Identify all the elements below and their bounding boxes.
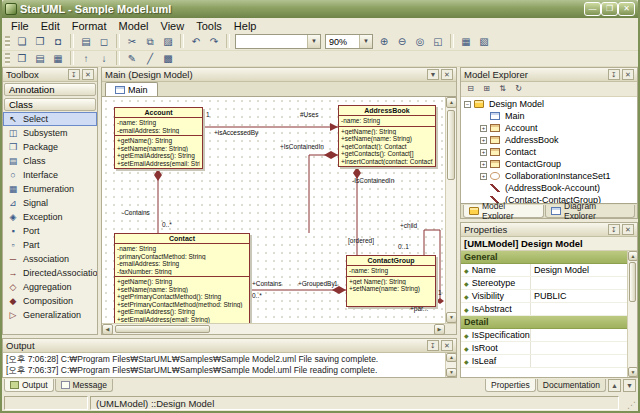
attribute-line[interactable]: -name: String — [341, 117, 433, 125]
property-value[interactable]: PUBLIC — [531, 291, 627, 301]
undo-icon[interactable]: ↶ — [187, 34, 205, 49]
tool-enumeration[interactable]: ▦ Enumeration — [3, 182, 97, 196]
redo-icon[interactable]: ↷ — [205, 34, 223, 49]
property-value[interactable]: Design Model — [531, 265, 627, 275]
association-label[interactable]: +isAccessedBy — [214, 129, 258, 136]
properties-scrollbar[interactable]: ▲ ▼ — [627, 251, 637, 377]
association-label[interactable]: +Contains — [252, 280, 281, 287]
association-label[interactable]: -IsContainedIn — [352, 177, 394, 184]
minimize-button[interactable]: — — [584, 2, 601, 16]
scroll-track[interactable] — [446, 362, 456, 368]
add-class-icon[interactable]: ▤ — [31, 51, 49, 66]
tree-main[interactable]: Main — [461, 110, 637, 122]
close-icon[interactable]: ✕ — [82, 69, 94, 80]
menu-tools[interactable]: Tools — [190, 20, 228, 32]
tab-output[interactable]: Output — [4, 379, 54, 392]
attribute-line[interactable]: -name: String — [117, 245, 247, 253]
element-combo[interactable]: ▼ — [235, 34, 321, 49]
association-label[interactable]: 0..* — [252, 292, 262, 299]
scroll-down-icon[interactable]: ▼ — [628, 367, 637, 377]
tool-composition[interactable]: ◆ Composition — [3, 294, 97, 308]
association-label[interactable]: -Contains — [122, 209, 150, 216]
resize-grip-icon[interactable]: ⋰ — [621, 396, 636, 410]
association-label[interactable]: 1 — [206, 111, 210, 118]
add-diagram-icon[interactable]: ▦ — [49, 51, 67, 66]
operation-line[interactable]: +getEmailAddress(): String — [117, 308, 247, 316]
prop-isabstract[interactable]: ◆ IsAbstract — [461, 303, 627, 316]
close-button[interactable]: ✕ — [618, 2, 635, 16]
output-log[interactable]: [오후 7:06:28] C:₩Program Files₩StarUML₩Sa… — [3, 353, 445, 377]
pin-icon[interactable]: ↧ — [608, 69, 620, 80]
tab-diagram-explorer[interactable]: Diagram Explorer — [545, 205, 635, 218]
scroll-tabs-up-icon[interactable]: ▲ — [608, 379, 621, 392]
close-icon[interactable]: ✕ — [622, 69, 634, 80]
class-addressbook[interactable]: AddressBook -name: String +getName(): St… — [338, 105, 436, 167]
tree-collaborationinstanceset1[interactable]: + CollaborationInstanceSet1 — [461, 170, 637, 182]
operation-line[interactable]: +setEmailAddress(email: String) — [117, 316, 247, 324]
scroll-up-icon[interactable]: ▲ — [628, 251, 637, 261]
class-name[interactable]: Contact — [115, 234, 249, 244]
chevron-down-icon[interactable]: ▼ — [307, 35, 320, 48]
attribute-line[interactable]: -name: String — [349, 267, 433, 275]
auto-layout-icon[interactable]: ▧ — [475, 34, 493, 49]
tool-generalization[interactable]: ▷ Generalization — [3, 308, 97, 322]
print-icon[interactable]: ▤ — [77, 34, 95, 49]
expand-toggle-icon[interactable]: + — [480, 137, 487, 144]
scroll-thumb[interactable] — [447, 110, 455, 180]
tree-design-model[interactable]: − Design Model — [461, 98, 637, 110]
expand-toggle-icon[interactable]: + — [480, 173, 487, 180]
association-label[interactable]: #Uses — [300, 111, 318, 118]
tool-subsystem[interactable]: ◫ Subsystem — [3, 126, 97, 140]
scroll-left-icon[interactable]: ◀ — [102, 324, 113, 335]
operation-line[interactable]: +setName(name: String) — [341, 135, 433, 143]
menu-file[interactable]: File — [5, 20, 35, 32]
association-label[interactable]: 1 — [438, 289, 442, 296]
operation-line[interactable]: +getContact(): Contact — [341, 143, 433, 151]
format-style-icon[interactable]: ✎ — [123, 51, 141, 66]
operation-line[interactable]: +setName(name: String) — [349, 285, 433, 293]
close-icon[interactable]: ✕ — [441, 340, 453, 351]
operation-line[interactable]: +getName(): String — [341, 128, 433, 136]
prop-isspecification[interactable]: ◆ IsSpecification — [461, 329, 627, 342]
refresh-icon[interactable]: ↻ — [511, 83, 526, 96]
collapse-all-icon[interactable]: ⊟ — [463, 83, 478, 96]
toolbox-group-annotation[interactable]: Annotation — [4, 83, 96, 96]
line-style-icon[interactable]: ╱ — [141, 51, 159, 66]
operation-line[interactable]: +getName(): String — [117, 137, 200, 145]
canvas-horizontal-scrollbar[interactable]: ◀ ▶ — [102, 323, 456, 334]
group-detail[interactable]: ◆ Detail — [461, 316, 627, 329]
open-file-icon[interactable]: ❐ — [31, 34, 49, 49]
grid-icon[interactable]: ▦ — [457, 34, 475, 49]
association-label[interactable]: +GroupedBy — [298, 280, 335, 287]
attribute-line[interactable]: -name: String — [117, 119, 200, 127]
chevron-down-icon[interactable]: ▼ — [359, 35, 372, 48]
tree-addressbook-account[interactable]: (AddressBook-Account) — [461, 182, 637, 194]
fill-color-icon[interactable]: ▩ — [159, 51, 177, 66]
paste-icon[interactable]: ▨ — [159, 34, 177, 49]
attribute-line[interactable]: -emailAddress: String — [117, 260, 247, 268]
operation-line[interactable]: +insertContact(contact: Contact) — [341, 158, 433, 166]
class-contact[interactable]: Contact -name: String-primaryContactMeth… — [114, 233, 250, 323]
class-account[interactable]: Account -name: String-emailAddress: Stri… — [114, 107, 203, 169]
save-icon[interactable]: ◘ — [49, 34, 67, 49]
tool-exception[interactable]: ◈ Exception — [3, 210, 97, 224]
menu-view[interactable]: View — [155, 20, 191, 32]
tool-association[interactable]: ─ Association — [3, 252, 97, 266]
tab-message[interactable]: Message — [55, 379, 114, 392]
move-up-icon[interactable]: ↑ — [77, 51, 95, 66]
tool-signal[interactable]: ⊿ Signal — [3, 196, 97, 210]
menu-help[interactable]: Help — [228, 20, 263, 32]
close-icon[interactable]: ✕ — [441, 69, 453, 80]
scroll-down-icon[interactable]: ▼ — [446, 368, 457, 377]
pin-icon[interactable]: ↧ — [68, 69, 80, 80]
zoom-combo[interactable]: 90% ▼ — [325, 34, 373, 49]
chevron-down-icon[interactable]: ▼ — [427, 69, 439, 80]
attribute-line[interactable]: -emailAddress: String — [117, 127, 200, 135]
sort-icon[interactable]: ⇅ — [495, 83, 510, 96]
menu-edit[interactable]: Edit — [35, 20, 66, 32]
new-file-icon[interactable]: ❏ — [13, 34, 31, 49]
scroll-right-icon[interactable]: ▶ — [434, 324, 445, 335]
operation-line[interactable]: +getContacts(): Contact[] — [341, 150, 433, 158]
canvas-vertical-scrollbar[interactable]: ▲ ▼ — [445, 97, 456, 323]
toolbox-group-class[interactable]: Class — [4, 98, 96, 111]
